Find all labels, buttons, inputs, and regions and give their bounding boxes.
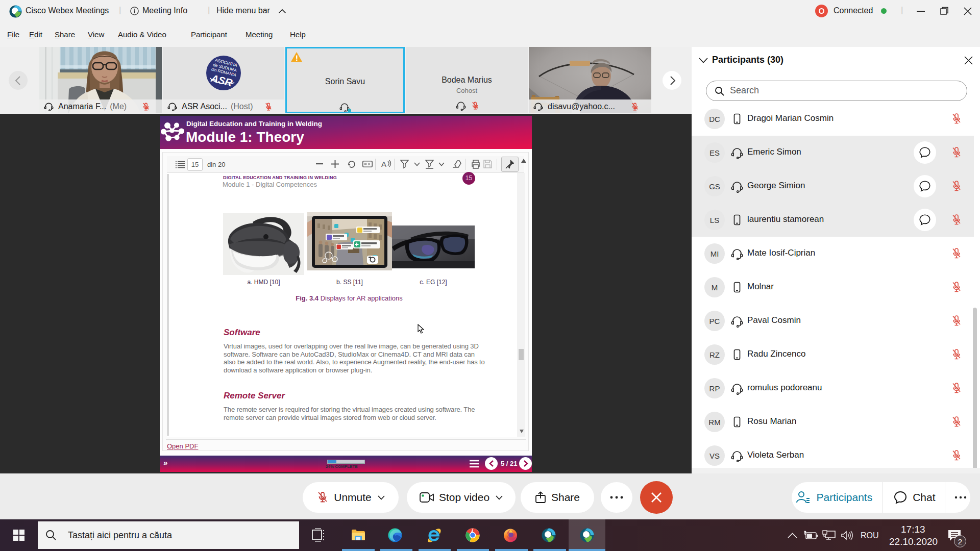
- svg-text:A: A: [381, 160, 386, 168]
